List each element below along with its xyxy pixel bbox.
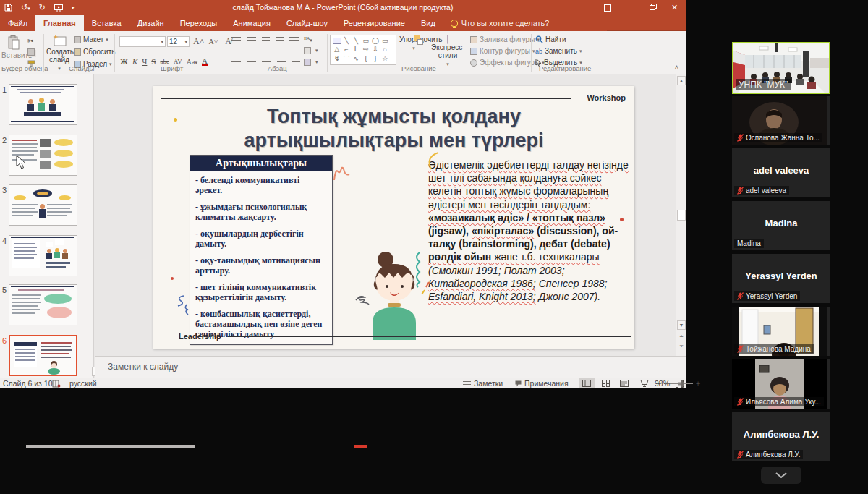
language-indicator[interactable]: русский: [69, 379, 97, 388]
normal-view-button[interactable]: [579, 378, 595, 388]
font-color-icon[interactable]: А: [202, 57, 208, 66]
numbering-icon[interactable]: [247, 37, 256, 43]
slide-canvas[interactable]: Workshop Топтық жұмысты қолдану артықшыл…: [153, 86, 634, 349]
shape-outline-button[interactable]: Контур фигуры▾: [470, 47, 535, 55]
group-drawing: Рисование: [401, 64, 436, 72]
underline-icon[interactable]: Ч: [142, 57, 147, 66]
participant-name: adel valeeva: [732, 165, 830, 176]
tab-Слайд-шоу[interactable]: Слайд-шоу: [278, 15, 336, 31]
text-direction-icon[interactable]: ᴵᴵᴬ▾: [304, 35, 312, 43]
strike-icon[interactable]: S: [151, 57, 156, 66]
decrease-indent-icon[interactable]: [262, 37, 270, 43]
font-size-box[interactable]: 12▾: [167, 36, 190, 47]
slide-thumbnail-6[interactable]: [9, 335, 77, 376]
participant-tile-2[interactable]: Оспанова Жанна То...: [732, 96, 830, 145]
replace-button[interactable]: abЗаменить▾: [535, 47, 582, 55]
change-case-icon[interactable]: Aa▾: [187, 58, 197, 66]
tab-Анимация[interactable]: Анимация: [225, 15, 278, 31]
tab-Файл[interactable]: Файл: [0, 15, 35, 31]
italic-icon[interactable]: К: [132, 57, 137, 66]
participant-tile-7[interactable]: Ильясова Алима Уку...: [732, 359, 830, 409]
chevron-down-icon: [775, 472, 787, 478]
layout-button[interactable]: Макет▾: [74, 35, 109, 43]
cut-icon[interactable]: ✂: [27, 37, 33, 45]
fit-to-window-icon[interactable]: [676, 380, 684, 390]
participant-tile-6[interactable]: Тойжанова Мадина: [732, 307, 830, 356]
align-left-icon[interactable]: [231, 56, 241, 62]
tab-Рецензирование[interactable]: Рецензирование: [336, 15, 413, 31]
deco-red-dot-right: [620, 218, 624, 221]
ribbon: Вставить ✂ Буфер обмена Создать слайд▾ М…: [0, 31, 686, 74]
line-spacing-icon[interactable]: [289, 37, 299, 43]
participant-label: Ильясова Алима Уку...: [734, 397, 824, 406]
deco-blue-squiggle: [175, 294, 194, 316]
copy-icon[interactable]: [27, 48, 35, 56]
bullets-icon[interactable]: [231, 37, 241, 43]
paragraph-line: шет тілі сабағында қолдануға сәйкес: [428, 171, 634, 184]
tab-Дизайн[interactable]: Дизайн: [129, 15, 172, 31]
advantages-box[interactable]: Артықшылықтары - белсенді коммуникативті…: [190, 155, 333, 345]
smartart-convert-icon[interactable]: [304, 59, 311, 66]
collapse-ribbon-icon[interactable]: ˄: [675, 64, 678, 71]
justify-icon[interactable]: [277, 56, 286, 62]
reset-button[interactable]: Сбросить: [74, 48, 115, 56]
slide-thumbnail-1[interactable]: [9, 84, 77, 125]
participant-tile-8[interactable]: Алипбекова Л.У.Алипбекова Л.У.: [732, 412, 830, 461]
slideshow-view-button[interactable]: [637, 378, 652, 388]
paste-button[interactable]: Вставить: [1, 35, 26, 59]
more-participants-button[interactable]: [761, 467, 801, 484]
increase-indent-icon[interactable]: [276, 37, 284, 43]
slide-thumbnail-3[interactable]: [9, 184, 77, 226]
quick-styles-button[interactable]: Экспресс-стили▾: [431, 35, 464, 68]
shape-effects-button[interactable]: Эффекты фигуры▾: [470, 59, 545, 67]
methods-paragraph[interactable]: Әдістемелік әдебиеттерді талдау негізінд…: [428, 158, 634, 303]
slide-sorter-view-button[interactable]: [597, 378, 613, 388]
close-button[interactable]: ✕: [663, 0, 686, 15]
align-center-icon[interactable]: [247, 56, 256, 62]
tab-Переходы[interactable]: Переходы: [172, 15, 226, 31]
tab-Вид[interactable]: Вид: [413, 15, 443, 31]
minimize-button[interactable]: —: [618, 0, 641, 15]
restore-button[interactable]: [641, 0, 663, 15]
tell-me-box[interactable]: Что вы хотите сделать?: [443, 15, 557, 31]
slide-title[interactable]: Топтық жұмысты қолдану артықшылықтары ме…: [153, 105, 634, 153]
deco-red-dot-left: [171, 277, 174, 280]
reading-view-button[interactable]: [616, 378, 632, 388]
tab-Главная[interactable]: Главная: [35, 15, 84, 31]
shapes-gallery[interactable]: ╲╲▭◯▭ △⌐ᒪ⇨⇩⌂ ↯⌒∿{}☆: [330, 35, 396, 65]
participant-tile-3[interactable]: adel valeevaadel valeeva: [732, 148, 830, 197]
shrink-font-icon[interactable]: A˅: [208, 38, 218, 46]
zoom-in-icon[interactable]: +: [696, 379, 700, 388]
grow-font-icon[interactable]: A˄: [193, 36, 204, 47]
arrange-button[interactable]: Упорядочить▾: [399, 35, 428, 52]
participant-tile-4[interactable]: MadinaMadina: [732, 201, 830, 250]
scroll-up-icon[interactable]: ▲: [677, 76, 686, 85]
participant-tile-5[interactable]: Yerassyl YerdenYerassyl Yerden: [732, 254, 830, 303]
bold-icon[interactable]: Ж: [120, 57, 128, 66]
align-right-icon[interactable]: [262, 56, 271, 62]
advantage-bullet: - белсенді коммуникативті әрекет.: [195, 175, 327, 195]
font-name-box[interactable]: ▾: [119, 36, 166, 47]
slide-top-rule: [161, 98, 571, 99]
prev-slide-icon[interactable]: ⏶: [677, 332, 686, 341]
notes-toggle[interactable]: Заметки: [463, 379, 503, 388]
scroll-down-icon[interactable]: ▼: [677, 320, 686, 330]
slide-thumbnail-5[interactable]: [9, 284, 77, 325]
slide-scrollbar[interactable]: ▲ ▼ ⏶ ⏷: [676, 74, 686, 356]
powerpoint-window: ↺▾ ↻ ▾ слайд Тойжанова М А - PowerPoint …: [0, 0, 686, 388]
columns-icon[interactable]: [292, 56, 300, 62]
notes-pane[interactable]: Заметки к слайду: [95, 356, 686, 378]
scrollbar-thumb[interactable]: [677, 210, 686, 221]
thumbnail-number: 5: [2, 286, 9, 294]
zoom-level[interactable]: 98%: [655, 379, 670, 388]
spellcheck-icon[interactable]: [52, 380, 61, 390]
ribbon-display-options-icon[interactable]: [596, 0, 618, 15]
slide-thumbnail-4[interactable]: [9, 235, 77, 276]
shape-fill-button[interactable]: Заливка фигуры▾: [470, 35, 540, 43]
participant-tile-1[interactable]: УНПК "МУК": [732, 42, 830, 94]
next-slide-icon[interactable]: ⏷: [677, 342, 686, 352]
comments-toggle[interactable]: Примечания: [515, 379, 569, 388]
align-text-icon[interactable]: [304, 47, 311, 54]
tab-Вставка[interactable]: Вставка: [84, 15, 129, 31]
find-button[interactable]: Найти: [535, 35, 566, 43]
